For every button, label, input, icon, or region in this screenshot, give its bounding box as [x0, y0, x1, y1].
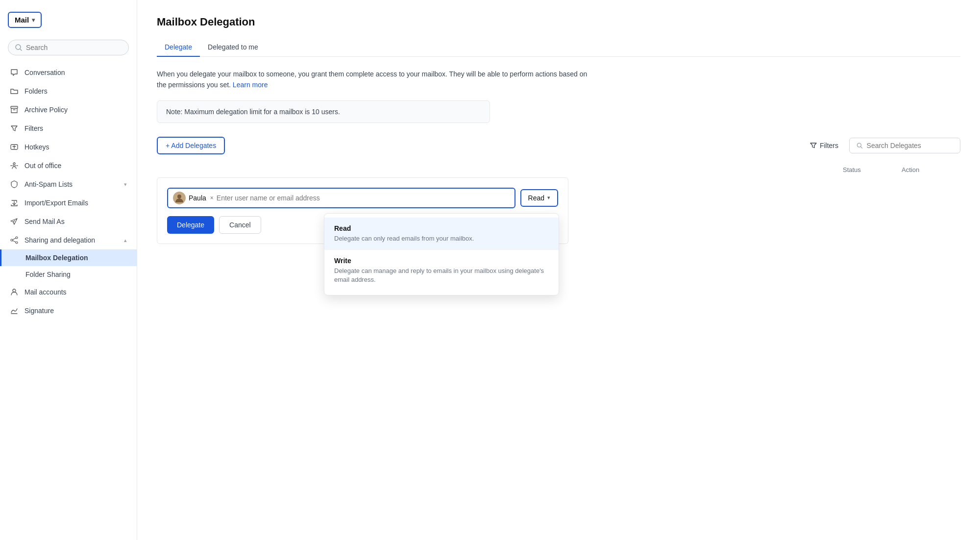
accounts-icon	[10, 288, 19, 296]
user-tag: Paula ×	[173, 192, 214, 204]
tab-delegated-to-me[interactable]: Delegated to me	[200, 38, 266, 57]
th-name	[167, 166, 843, 173]
permission-option-title: Read	[334, 224, 549, 232]
share-icon	[10, 236, 19, 245]
sidebar-subitem-folder-sharing[interactable]: Folder Sharing	[0, 266, 137, 283]
sidebar-item-label: Conversation	[24, 69, 65, 76]
user-tag-input[interactable]: Paula ×	[167, 188, 515, 208]
note-box: Note: Maximum delegation limit for a mai…	[157, 100, 490, 123]
th-status: Status	[843, 166, 902, 173]
sidebar-subitem-label: Folder Sharing	[25, 270, 71, 278]
svg-line-1	[20, 49, 22, 50]
sidebar-item-label: Filters	[24, 124, 43, 132]
sidebar-item-label: Out of office	[24, 162, 61, 170]
search-input[interactable]	[26, 44, 122, 51]
chevron-down-icon: ▾	[547, 195, 550, 201]
shield-icon	[10, 180, 19, 189]
cancel-button[interactable]: Cancel	[219, 216, 261, 234]
folder-icon	[10, 87, 19, 96]
vacation-icon	[10, 161, 19, 170]
tabs-bar: Delegate Delegated to me	[157, 38, 960, 57]
avatar	[173, 192, 186, 204]
th-action: Action	[902, 166, 951, 173]
permission-dropdown[interactable]: Read ▾	[520, 189, 558, 207]
svg-point-6	[11, 239, 13, 241]
hotkeys-icon	[10, 143, 19, 151]
delegate-email-input[interactable]	[217, 194, 510, 202]
sidebar-item-sharing-delegation[interactable]: Sharing and delegation ▴	[0, 231, 137, 249]
sidebar-item-anti-spam[interactable]: Anti-Spam Lists ▾	[0, 175, 137, 194]
description-text: When you delegate your mailbox to someon…	[157, 69, 598, 91]
sidebar-item-archive-policy[interactable]: Archive Policy	[0, 100, 137, 119]
add-delegates-label: + Add Delegates	[166, 142, 216, 149]
user-tag-name: Paula	[189, 194, 206, 202]
search-delegates-input[interactable]	[867, 142, 953, 149]
table-header: Status Action	[157, 162, 960, 177]
permission-option-desc: Delegate can manage and reply to emails …	[334, 267, 549, 284]
sidebar-search-box[interactable]	[8, 40, 129, 55]
delegate-button[interactable]: Delegate	[167, 216, 214, 234]
svg-point-5	[16, 237, 18, 239]
sidebar-item-send-mail-as[interactable]: Send Mail As	[0, 212, 137, 231]
sidebar-subitem-label: Mailbox Delegation	[25, 254, 88, 262]
sidebar-header: Mail ▾	[0, 8, 137, 36]
sidebar-item-out-of-office[interactable]: Out of office	[0, 156, 137, 175]
search-icon	[15, 44, 22, 51]
svg-line-10	[861, 147, 862, 148]
permission-option-desc: Delegate can only read emails from your …	[334, 234, 549, 243]
sidebar-item-label: Sharing and delegation	[24, 236, 95, 244]
chevron-down-icon: ▾	[32, 17, 35, 24]
sidebar-item-label: Send Mail As	[24, 218, 65, 225]
permission-option-write[interactable]: Write Delegate can manage and reply to e…	[324, 250, 559, 291]
page-title: Mailbox Delegation	[157, 16, 960, 28]
svg-point-7	[16, 242, 18, 244]
permission-menu: Read Delegate can only read emails from …	[324, 213, 559, 296]
permission-option-read[interactable]: Read Delegate can only read emails from …	[324, 218, 559, 250]
learn-more-link[interactable]: Learn more	[233, 81, 268, 89]
sidebar-item-label: Import/Export Emails	[24, 199, 88, 207]
sidebar-item-signature[interactable]: Signature	[0, 301, 137, 320]
sidebar-item-mail-accounts[interactable]: Mail accounts	[0, 283, 137, 301]
signature-icon	[10, 306, 19, 315]
send-icon	[10, 217, 19, 226]
sidebar-item-folders[interactable]: Folders	[0, 82, 137, 100]
delegate-input-row: Paula × Read ▾ Read Delegate can only re…	[167, 188, 558, 208]
sidebar: Mail ▾ Conversation Folders	[0, 0, 137, 540]
svg-point-8	[13, 289, 16, 292]
remove-user-button[interactable]: ×	[210, 195, 214, 201]
chevron-up-icon: ▴	[124, 237, 127, 244]
avatar-icon	[173, 192, 186, 204]
sidebar-item-label: Folders	[24, 87, 48, 95]
chat-icon	[10, 68, 19, 77]
sidebar-item-label: Archive Policy	[24, 106, 68, 114]
filters-button[interactable]: Filters	[805, 138, 843, 153]
svg-point-4	[13, 163, 15, 165]
archive-icon	[10, 105, 19, 114]
add-delegates-button[interactable]: + Add Delegates	[157, 137, 225, 154]
import-icon	[10, 198, 19, 207]
permission-option-title: Write	[334, 257, 549, 265]
filter-icon	[10, 124, 19, 133]
sidebar-item-hotkeys[interactable]: Hotkeys	[0, 138, 137, 156]
sidebar-item-label: Hotkeys	[24, 143, 49, 151]
svg-point-12	[177, 195, 181, 198]
sidebar-item-conversation[interactable]: Conversation	[0, 63, 137, 82]
tab-delegate[interactable]: Delegate	[157, 38, 200, 57]
sidebar-item-import-export[interactable]: Import/Export Emails	[0, 194, 137, 212]
sidebar-item-label: Signature	[24, 307, 54, 315]
sidebar-item-filters[interactable]: Filters	[0, 119, 137, 138]
sidebar-subitem-mailbox-delegation[interactable]: Mailbox Delegation	[0, 249, 137, 266]
delegate-toolbar: + Add Delegates Filters	[157, 137, 960, 154]
add-delegate-form: Paula × Read ▾ Read Delegate can only re…	[157, 177, 568, 244]
mail-app-label: Mail	[15, 16, 29, 24]
chevron-down-icon: ▾	[124, 181, 127, 188]
mail-app-dropdown[interactable]: Mail ▾	[8, 12, 42, 28]
sidebar-item-label: Anti-Spam Lists	[24, 180, 73, 188]
sidebar-item-label: Mail accounts	[24, 288, 67, 296]
filters-label: Filters	[820, 142, 838, 149]
svg-rect-2	[11, 106, 18, 108]
search-delegates-box[interactable]	[849, 138, 960, 153]
filter-icon	[810, 142, 817, 149]
permission-label: Read	[528, 194, 544, 202]
main-content: Mailbox Delegation Delegate Delegated to…	[137, 0, 980, 540]
